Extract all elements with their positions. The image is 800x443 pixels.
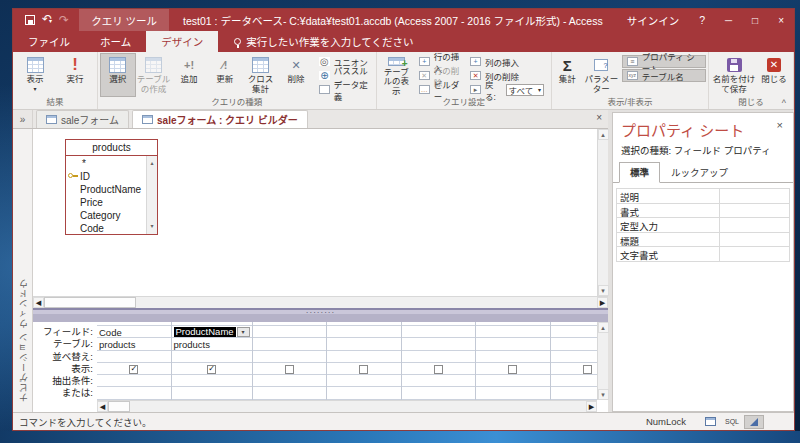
or-cell[interactable] [172, 387, 252, 399]
field-cell[interactable]: Code [97, 326, 171, 338]
property-value-cell[interactable] [720, 247, 790, 262]
save-as-button[interactable]: 名前を付けて保存 [711, 53, 757, 97]
sort-cell[interactable] [476, 351, 550, 363]
save-icon[interactable] [25, 15, 35, 25]
scrollbar-thumb[interactable] [108, 401, 130, 412]
top-pane-vscrollbar[interactable]: ▴ ▾ [597, 129, 608, 296]
or-cell[interactable] [402, 387, 476, 399]
field-list-title[interactable]: products [66, 140, 157, 156]
append-button[interactable]: +! 追加 [171, 53, 207, 97]
criteria-cell[interactable] [402, 375, 476, 387]
show-checkbox[interactable] [359, 365, 368, 374]
field-cell[interactable] [253, 326, 327, 338]
scroll-up-icon[interactable]: ▴ [150, 157, 153, 170]
property-sheet-button[interactable]: ≡ プロパティ シート [622, 55, 706, 68]
scroll-right-icon[interactable]: ▸ [597, 297, 608, 308]
field-item-price[interactable]: Price [80, 196, 145, 209]
criteria-cell[interactable] [327, 375, 401, 387]
delete-columns-button[interactable]: ✕ 列の削除 [465, 69, 549, 82]
field-cell[interactable] [402, 326, 476, 338]
property-sheet-close-icon[interactable]: × [775, 119, 785, 131]
show-checkbox[interactable] [583, 365, 592, 374]
table-cell[interactable]: products [97, 338, 171, 350]
property-value-cell[interactable] [720, 218, 790, 233]
nav-pane-expand-button[interactable]: » [13, 110, 33, 128]
scrollbar-thumb[interactable] [44, 297, 136, 308]
builder-button[interactable]: … ビルダー [414, 83, 465, 96]
property-value-cell[interactable] [720, 204, 790, 219]
scroll-up-icon[interactable]: ▴ [598, 322, 609, 333]
tab-file[interactable]: ファイル [13, 31, 85, 52]
grid-hscrollbar[interactable]: ◂ ▸ [97, 400, 597, 412]
sort-cell[interactable] [97, 351, 171, 363]
grid-vscrollbar[interactable]: ▴ ▾ [597, 322, 608, 400]
field-list-products[interactable]: products * ID ProductName Price Category [65, 139, 158, 235]
field-item-category[interactable]: Category [80, 209, 145, 222]
field-cell[interactable] [476, 326, 550, 338]
tab-lookup[interactable]: ルックアップ [660, 162, 739, 183]
insert-columns-button[interactable]: + 列の挿入 [465, 55, 549, 68]
field-item-code[interactable]: Code [80, 222, 145, 234]
sort-cell[interactable] [402, 351, 476, 363]
sort-cell[interactable] [327, 351, 401, 363]
field-item-id[interactable]: ID [80, 170, 145, 183]
data-definition-button[interactable]: データ定義 [314, 83, 374, 96]
doc-tab-query-builder[interactable]: saleフォーム : クエリ ビルダー [132, 110, 308, 128]
field-dropdown-button[interactable]: ▾ [237, 327, 250, 337]
or-cell[interactable] [327, 387, 401, 399]
datasheet-view-button[interactable] [700, 415, 720, 429]
delete-query-button[interactable]: ✕ 削除 [278, 53, 314, 97]
maximize-button[interactable]: □ [742, 15, 768, 26]
field-item-star[interactable]: * [80, 157, 145, 170]
select-query-button[interactable]: 選択 [100, 53, 136, 97]
crosstab-button[interactable]: クロス集計 [243, 53, 279, 97]
property-value-cell[interactable] [720, 189, 790, 204]
criteria-cell[interactable] [253, 375, 327, 387]
or-cell[interactable] [551, 387, 597, 399]
scroll-right-icon[interactable]: ▸ [586, 401, 597, 412]
navigation-pane-collapsed[interactable]: ナビゲーション ウィンドウ [13, 129, 33, 412]
show-checkbox[interactable] [285, 365, 294, 374]
table-names-button[interactable]: xyz テーブル名 [622, 69, 706, 82]
tab-home[interactable]: ホーム [85, 31, 146, 52]
doc-tab-sale-form[interactable]: saleフォーム [36, 110, 129, 128]
minimize-button[interactable]: ─ [715, 15, 742, 26]
design-view-button[interactable] [744, 415, 764, 429]
query-table-pane[interactable]: products * ID ProductName Price Category [33, 129, 608, 296]
table-cell[interactable] [327, 338, 401, 350]
table-cell[interactable] [476, 338, 550, 350]
criteria-cell[interactable] [476, 375, 550, 387]
table-cell[interactable] [253, 338, 327, 350]
scroll-left-icon[interactable]: ◂ [97, 401, 108, 412]
table-cell[interactable]: products [172, 338, 252, 350]
scroll-down-icon[interactable]: ▾ [150, 220, 153, 233]
ribbon-collapse-button[interactable]: ^ [782, 98, 786, 108]
criteria-cell[interactable] [172, 375, 252, 387]
show-checkbox[interactable] [434, 365, 443, 374]
show-table-button[interactable]: + テーブルの表示 [379, 53, 414, 97]
or-cell[interactable] [97, 387, 171, 399]
return-control[interactable]: ▸ 戻る: すべて ▾ [465, 83, 549, 96]
update-button[interactable]: ∕! 更新 [207, 53, 243, 97]
sort-cell[interactable] [551, 351, 597, 363]
undo-icon[interactable]: ↶▾ [42, 13, 52, 27]
close-button[interactable]: × [768, 15, 794, 26]
top-pane-hscrollbar[interactable]: ◂ ▸ [33, 296, 608, 308]
scroll-down-icon[interactable]: ▾ [598, 389, 609, 400]
totals-button[interactable]: Σ 集計 [554, 53, 581, 97]
field-item-productname[interactable]: ProductName [80, 183, 145, 196]
close-query-button[interactable]: ✕ 閉じる [757, 53, 791, 97]
scroll-left-icon[interactable]: ◂ [33, 297, 44, 308]
field-cell[interactable] [551, 326, 597, 338]
criteria-cell[interactable] [551, 375, 597, 387]
or-cell[interactable] [253, 387, 327, 399]
criteria-cell[interactable] [97, 375, 171, 387]
signin-button[interactable]: サインイン [617, 13, 690, 28]
sort-cell[interactable] [172, 351, 252, 363]
tell-me-box[interactable]: 実行したい作業を入力してください [234, 31, 413, 52]
run-button[interactable]: ! 実行 [55, 53, 95, 97]
make-table-button[interactable]: テーブルの作成 [136, 53, 172, 97]
table-cell[interactable] [402, 338, 476, 350]
field-list-scrollbar[interactable]: ▴ ▾ [146, 156, 157, 234]
pane-splitter[interactable]: ········ [33, 308, 608, 322]
